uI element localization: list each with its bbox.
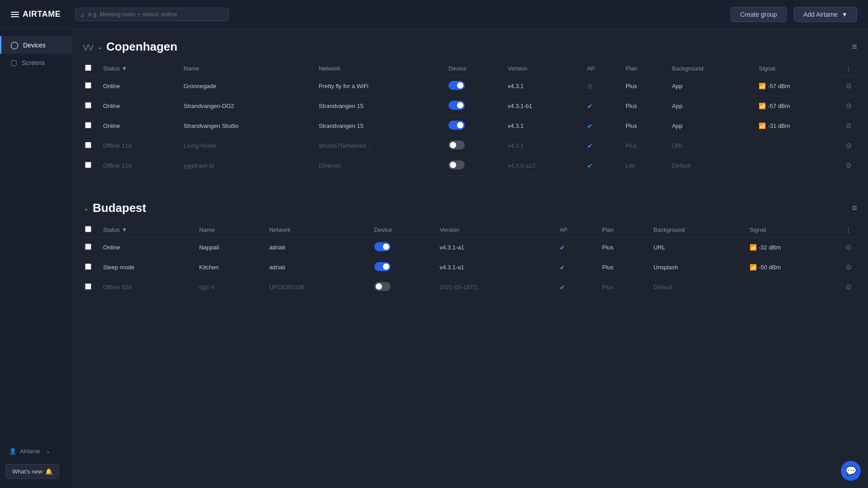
status-filter-budapest[interactable]: Status ▼ xyxy=(103,226,188,233)
device-ap: ✔ xyxy=(582,96,620,116)
device-network: UPC6350106 xyxy=(264,277,368,297)
ap-check-icon: ✔ xyxy=(587,142,593,150)
col-plan-header: Plan xyxy=(620,61,667,76)
row-checkbox[interactable] xyxy=(85,102,91,108)
device-version: v4.3.0-a12 xyxy=(502,156,582,176)
device-network: Strandvangen 15 xyxy=(313,96,443,116)
device-status: Offline 11d xyxy=(98,136,178,156)
collapse-icon-copenhagen[interactable]: ⌄ xyxy=(97,42,103,51)
table-row: Offline 11dLiving RoomWhatIsTheName0...v… xyxy=(83,136,857,156)
topbar: AIRTAME ⌕ Create group Add Airtame ▼ xyxy=(0,0,868,29)
device-settings-button[interactable]: ⚙ xyxy=(845,243,852,252)
chat-button[interactable]: 💬 xyxy=(841,461,861,481)
filter-arrow-icon-budapest: ▼ xyxy=(122,226,127,233)
table-row: OnlineNappaliadriativ4.3.1-a1✔PlusURL📶-3… xyxy=(83,238,857,258)
double-collapse-icon[interactable]: ⋁⋁ xyxy=(83,43,93,51)
device-toggle[interactable] xyxy=(448,141,465,150)
device-network: Ethernet xyxy=(313,156,443,176)
device-ap: ✔ xyxy=(554,277,597,297)
device-toggle-cell xyxy=(443,76,502,96)
device-ap: ✔ xyxy=(554,238,597,258)
device-background: Default xyxy=(667,156,754,176)
device-settings-button[interactable]: ⚙ xyxy=(845,141,852,150)
device-settings-cell: ⚙ xyxy=(840,258,857,277)
device-status: Online xyxy=(98,96,178,116)
table-row: Sleep modeKitchenadriativ4.3.1-a1✔PlusUn… xyxy=(83,258,857,277)
row-checkbox[interactable] xyxy=(85,122,91,128)
person-icon: 👤 xyxy=(9,448,16,455)
status-filter[interactable]: Status ▼ xyxy=(103,65,173,72)
sidebar-devices-label: Devices xyxy=(23,42,46,49)
sidebar-item-devices[interactable]: ◯ Devices xyxy=(0,36,72,54)
device-plan: Plus xyxy=(597,238,648,258)
col-checkbox-budapest xyxy=(83,222,98,238)
device-settings-button[interactable]: ⚙ xyxy=(845,102,852,110)
device-background: App xyxy=(667,116,754,136)
device-signal: 📶-31 dBm xyxy=(753,116,840,136)
group-copenhagen: ⋁⋁ ⌄ Copenhagen ≡ Status ▼ N xyxy=(83,29,857,176)
select-all-checkbox-budapest[interactable] xyxy=(85,226,91,232)
device-background: App xyxy=(667,96,754,116)
ap-check-icon: ✔ xyxy=(560,264,565,271)
sidebar-item-screens[interactable]: ▢ Screens xyxy=(0,54,72,71)
device-settings-cell: ⚙ xyxy=(840,136,857,156)
chat-icon: 💬 xyxy=(845,465,857,476)
create-group-button[interactable]: Create group xyxy=(731,7,787,22)
device-settings-cell: ⚙ xyxy=(840,76,857,96)
col-version-header-budapest: Version xyxy=(434,222,554,238)
row-checkbox[interactable] xyxy=(85,82,91,89)
select-all-checkbox-copenhagen[interactable] xyxy=(85,65,91,71)
row-checkbox[interactable] xyxy=(85,283,91,290)
group-menu-button-budapest[interactable]: ≡ xyxy=(852,203,857,213)
device-settings-button[interactable]: ⚙ xyxy=(845,263,852,272)
row-checkbox[interactable] xyxy=(85,244,91,250)
whats-new-button[interactable]: What's new 🔔 xyxy=(5,464,59,479)
collapse-icon-budapest[interactable]: ⌄ xyxy=(83,204,89,212)
device-name: Gronnegade xyxy=(178,76,313,96)
search-box[interactable]: ⌕ xyxy=(75,8,229,21)
search-input[interactable] xyxy=(88,11,223,18)
device-settings-cell: ⚙ xyxy=(840,238,857,258)
device-toggle[interactable] xyxy=(374,242,391,251)
device-status: Offline 12d xyxy=(98,156,178,176)
device-name: Strandvangen Studio xyxy=(178,116,313,136)
row-checkbox[interactable] xyxy=(85,263,91,270)
device-toggle[interactable] xyxy=(374,282,391,291)
device-toggle[interactable] xyxy=(374,262,391,271)
device-status: Sleep mode xyxy=(98,258,193,277)
filter-arrow-icon: ▼ xyxy=(122,65,127,72)
wifi-icon: 📶 xyxy=(759,83,766,89)
device-settings-button[interactable]: ⚙ xyxy=(845,161,852,170)
hamburger-icon xyxy=(11,12,19,17)
device-signal xyxy=(753,156,840,176)
row-checkbox[interactable] xyxy=(85,142,91,148)
device-version: v4.3.1 xyxy=(502,76,582,96)
device-toggle-cell xyxy=(369,258,434,277)
device-background: App xyxy=(667,76,754,96)
device-toggle[interactable] xyxy=(448,160,465,169)
device-signal xyxy=(744,277,840,297)
device-settings-button[interactable]: ⚙ xyxy=(845,82,852,90)
device-status: Online xyxy=(98,76,178,96)
device-settings-button[interactable]: ⚙ xyxy=(845,283,852,291)
device-signal: 📶-57 dBm xyxy=(753,76,840,96)
ap-check-icon: ✔ xyxy=(587,122,593,130)
device-toggle[interactable] xyxy=(448,121,465,130)
table-row: OnlineStrandvangen StudioStrandvangen 15… xyxy=(83,116,857,136)
device-toggle[interactable] xyxy=(448,81,465,90)
group-menu-button-copenhagen[interactable]: ≡ xyxy=(852,42,857,52)
device-settings-button[interactable]: ⚙ xyxy=(845,122,852,130)
device-network: WhatIsTheName0... xyxy=(313,136,443,156)
device-settings-cell: ⚙ xyxy=(840,277,857,297)
device-toggle[interactable] xyxy=(448,101,465,110)
device-name: dg2-4 xyxy=(193,277,264,297)
row-checkbox[interactable] xyxy=(85,162,91,168)
group-header-budapest: ⌄ Budapest ≡ xyxy=(83,190,857,222)
sidebar-footer[interactable]: 👤 Airtame ⌄ xyxy=(0,443,72,459)
wifi-icon: 📶 xyxy=(759,122,766,129)
add-airtame-button[interactable]: Add Airtame ▼ xyxy=(794,7,857,22)
sidebar-screens-label: Screens xyxy=(22,59,45,66)
col-background-header-budapest: Background xyxy=(648,222,744,238)
device-name: Strandvangen-DG2 xyxy=(178,96,313,116)
device-version: 2021-03-18T0... xyxy=(434,277,554,297)
